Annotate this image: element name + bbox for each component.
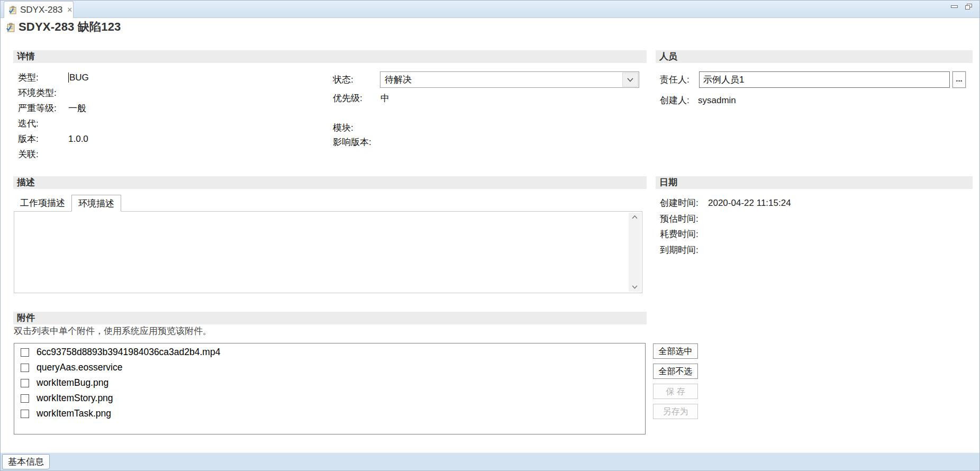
attachment-name: workItemTask.png — [37, 408, 111, 419]
workitem-icon — [8, 6, 17, 14]
field-version-label: 版本: — [18, 131, 68, 147]
created-time-value: 2020-04-22 11:15:24 — [708, 195, 791, 211]
list-item[interactable]: 6cc93758d8893b3941984036ca3ad2b4.mp4 — [14, 345, 645, 360]
scroll-down-icon[interactable] — [632, 285, 638, 289]
list-item[interactable]: workItemTask.png — [14, 406, 645, 421]
field-severity-value: 一般 — [68, 101, 86, 116]
description-tabs: 工作项描述 环境描述 — [14, 195, 121, 212]
spent-time-row: 耗费时间: — [660, 227, 956, 242]
list-item[interactable]: workItemStory.png — [14, 391, 645, 406]
field-relation-label: 关联: — [18, 147, 68, 162]
creator-label: 创建人: — [660, 93, 689, 108]
attachment-name: workItemStory.png — [37, 393, 113, 404]
estimated-time-label: 预估时间: — [660, 211, 708, 227]
editor-tabbar: SDYX-283 ✕ — [1, 1, 979, 18]
editor-tab-label: SDYX-283 — [20, 5, 62, 15]
save-as-button[interactable]: 另存为 — [653, 404, 698, 419]
field-type-label: 类型: — [18, 70, 68, 85]
section-header-attachments: 附件 — [13, 312, 647, 324]
priority-label: 优先级: — [333, 90, 362, 106]
owner-label: 责任人: — [660, 71, 689, 88]
editor-tab-sdyx-283[interactable]: SDYX-283 ✕ — [4, 1, 74, 18]
creator-value: sysadmin — [698, 93, 736, 108]
status-dropdown[interactable]: 待解决 — [380, 71, 639, 88]
environment-description-textarea[interactable] — [14, 211, 642, 293]
details-left-fields: 类型: BUG 环境类型: 严重等级: 一般 迭代: 版本: 1.0.0 关联: — [18, 70, 314, 162]
spent-time-label: 耗费时间: — [660, 227, 708, 242]
created-time-row: 创建时间: 2020-04-22 11:15:24 — [660, 195, 956, 211]
status-dropdown-value: 待解决 — [380, 72, 622, 87]
tab-basic-info[interactable]: 基本信息 — [2, 454, 50, 469]
workitem-title-icon — [6, 23, 15, 32]
section-header-dates: 日期 — [656, 176, 973, 189]
list-item[interactable]: workItemBug.png — [14, 375, 645, 391]
restore-icon[interactable] — [965, 4, 972, 10]
field-severity-label: 严重等级: — [18, 101, 68, 116]
attachment-name: 6cc93758d8893b3941984036ca3ad2b4.mp4 — [37, 347, 220, 358]
attachments-list[interactable]: 6cc93758d8893b3941984036ca3ad2b4.mp4 que… — [14, 343, 646, 434]
priority-value: 中 — [380, 90, 389, 106]
owner-input[interactable]: 示例人员1 — [699, 71, 950, 88]
field-version-value: 1.0.0 — [68, 131, 88, 147]
field-relation: 关联: — [18, 147, 314, 162]
tab-close-icon[interactable]: ✕ — [67, 6, 72, 14]
section-header-people: 人员 — [656, 50, 973, 63]
attachments-hint: 双击列表中单个附件，使用系统应用预览该附件。 — [14, 324, 212, 338]
estimated-time-row: 预估时间: — [660, 211, 956, 227]
field-type-value[interactable]: BUG — [68, 70, 89, 85]
section-header-details: 详情 — [13, 50, 647, 63]
chevron-down-icon[interactable] — [622, 73, 638, 87]
created-time-label: 创建时间: — [660, 195, 708, 211]
text-caret — [68, 73, 69, 83]
editor-bottom-tabbar: 基本信息 — [1, 452, 979, 470]
status-label: 状态: — [333, 72, 353, 87]
field-env-type-label: 环境类型: — [18, 85, 68, 101]
attachment-name: workItemBug.png — [37, 377, 108, 388]
attachment-checkbox[interactable] — [21, 410, 29, 418]
affect-version-label: 影响版本: — [333, 134, 371, 150]
attachment-checkbox[interactable] — [21, 348, 29, 357]
field-severity: 严重等级: 一般 — [18, 101, 314, 116]
attachment-checkbox[interactable] — [21, 394, 29, 403]
scroll-up-icon[interactable] — [632, 215, 638, 219]
dates-fields: 创建时间: 2020-04-22 11:15:24 预估时间: 耗费时间: 到期… — [660, 195, 956, 258]
save-button[interactable]: 保 存 — [653, 384, 698, 399]
attachments-buttons: 全部选中 全部不选 保 存 另存为 — [653, 343, 698, 419]
vertical-scrollbar[interactable] — [629, 213, 641, 292]
owner-browse-button[interactable]: ... — [952, 71, 966, 88]
field-type: 类型: BUG — [18, 70, 314, 85]
due-time-label: 到期时间: — [660, 242, 708, 258]
select-all-button[interactable]: 全部选中 — [653, 343, 698, 359]
attachment-checkbox[interactable] — [21, 379, 29, 387]
field-version: 版本: 1.0.0 — [18, 131, 314, 147]
attachment-name: queryAas.eosservice — [37, 362, 122, 373]
minimize-icon[interactable] — [951, 5, 958, 8]
deselect-all-button[interactable]: 全部不选 — [653, 364, 698, 379]
due-time-row: 到期时间: — [660, 242, 956, 258]
attachment-checkbox[interactable] — [21, 364, 29, 372]
field-iteration: 迭代: — [18, 116, 314, 131]
section-header-description: 描述 — [13, 176, 647, 189]
module-label: 模块: — [333, 120, 353, 135]
page-title: SDYX-283 缺陷123 — [19, 19, 121, 35]
tab-workitem-description[interactable]: 工作项描述 — [14, 195, 71, 212]
view-controls — [951, 4, 972, 10]
tab-environment-description[interactable]: 环境描述 — [71, 195, 121, 212]
workitem-editor-window: SDYX-283 ✕ SDYX-283 缺陷123 详情 人员 — [0, 0, 980, 471]
list-item[interactable]: queryAas.eosservice — [14, 360, 645, 375]
field-env-type: 环境类型: — [18, 85, 314, 101]
field-iteration-label: 迭代: — [18, 116, 68, 131]
